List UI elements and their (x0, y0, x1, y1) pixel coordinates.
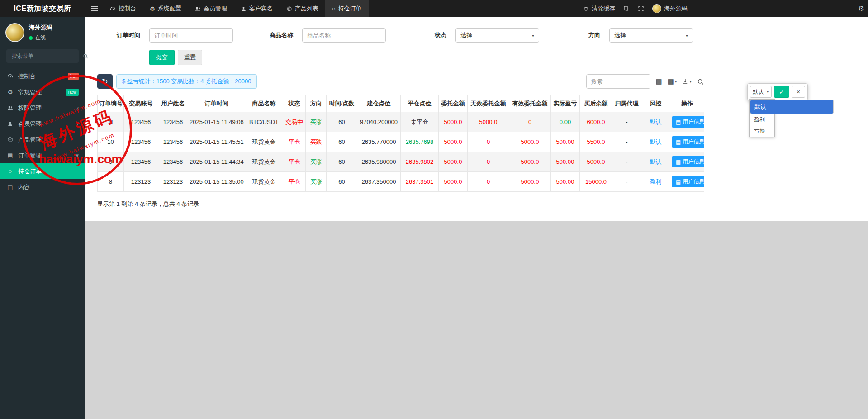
tab-system-config[interactable]: ⚙ 系统配置 (143, 0, 188, 17)
direction-select[interactable]: 选择 ▾ (609, 28, 693, 43)
sidebar-item-members[interactable]: 会员管理 ‹ (0, 116, 85, 132)
search-icon (83, 53, 88, 59)
column-header: 操作 (670, 95, 704, 112)
sidebar-item-product-mgmt[interactable]: 产品管理 (0, 132, 85, 148)
table-row: 81231231231232025-01-15 11:35:00现货黄金平仓买涨… (98, 172, 704, 192)
reset-button[interactable]: 重置 (178, 50, 202, 65)
select-value: 选择 (614, 31, 626, 39)
user-menu[interactable]: 海外源码 (652, 4, 688, 13)
user-info-button[interactable]: ▤用户信息 (672, 156, 704, 167)
submit-button[interactable]: 提交 (149, 50, 175, 65)
chevron-down-icon: ▾ (767, 90, 769, 94)
sidebar-item-permissions[interactable]: 权限管理 ‹ (0, 100, 85, 116)
sidebar-item-content[interactable]: ▤ 内容 (0, 179, 85, 195)
menu-label: 会员管理 (18, 120, 42, 128)
export-icon[interactable]: ▾ (682, 78, 692, 85)
table-cell: 60 (327, 112, 357, 132)
table-cell: 500.00 (551, 152, 580, 172)
list-icon: ▤ (6, 152, 14, 159)
risk-control-link[interactable]: 默认 (650, 158, 662, 165)
menu-search (6, 49, 79, 63)
table-cell: 8 (98, 172, 124, 192)
tab-label: 持仓订单 (338, 5, 362, 13)
table-cell: 10 (98, 132, 124, 152)
table-cell: 123456 (124, 112, 158, 132)
risk-control-link[interactable]: 默认 (650, 138, 662, 145)
sidebar-item-dashboard[interactable]: 控制台 hot (0, 68, 85, 84)
top-nav: 控制台 ⚙ 系统配置 会员管理 客户实名 产品列表 ○ 持仓订单 (103, 0, 369, 17)
select-value: 选择 (460, 31, 472, 39)
list-icon: ▤ (676, 159, 681, 165)
table-cell: 5000.0 (580, 152, 612, 172)
menu-search-input[interactable] (11, 52, 83, 60)
table-cell: 2637.3501 (401, 172, 439, 192)
dropdown-option[interactable]: 盈利 (750, 114, 774, 125)
table-search-input[interactable] (586, 74, 650, 89)
fullscreen-icon[interactable] (638, 5, 644, 12)
filter-form: 订单时间 商品名称 状态 选择 ▾ 方向 选择 ▾ (97, 28, 704, 43)
order-time-label: 订单时间 (117, 31, 140, 39)
table-cell: 123456 (158, 152, 188, 172)
chevron-left-icon: ‹ (77, 120, 79, 127)
editor-confirm-button[interactable]: ✓ (774, 86, 789, 98)
tab-dashboard[interactable]: 控制台 (103, 0, 143, 17)
table-cell: 500.00 (551, 132, 580, 152)
table-cell: 买涨 (306, 172, 327, 192)
tab-products[interactable]: 产品列表 (280, 0, 325, 17)
table-cell: ▤用户信息 (670, 152, 704, 172)
grid-icon: ▦ (668, 77, 674, 86)
table-cell: 现货黄金 (245, 172, 283, 192)
search-icon[interactable] (697, 78, 704, 85)
risk-control-link[interactable]: 默认 (650, 119, 662, 125)
table-cell: 15000.0 (580, 172, 612, 192)
trash-icon (583, 6, 589, 12)
risk-control-link[interactable]: 盈利 (650, 178, 662, 185)
chevron-down-icon: ▾ (686, 33, 688, 38)
settings-gear-icon[interactable]: ⚙ (859, 0, 864, 17)
clear-cache-button[interactable]: 清除缓存 (583, 5, 615, 13)
table-row: 91234561234562025-01-15 11:44:34现货黄金平仓买涨… (98, 152, 704, 172)
tab-members[interactable]: 会员管理 (188, 0, 234, 17)
menu-label: 持仓订单 (18, 167, 42, 176)
sidebar-item-general[interactable]: ⚙ 常规管理 new (0, 84, 85, 100)
gear-icon: ⚙ (150, 5, 155, 12)
table-cell: ▤用户信息 (670, 172, 704, 192)
refresh-button[interactable]: ↻ (97, 74, 113, 89)
tab-kyc[interactable]: 客户实名 (234, 0, 280, 17)
user-info-button[interactable]: ▤用户信息 (672, 176, 704, 187)
table-cell: ▤用户信息 (670, 112, 704, 132)
status-select[interactable]: 选择 ▾ (455, 28, 539, 43)
table-cell: 0 (468, 152, 509, 172)
table-cell: 9 (98, 152, 124, 172)
column-header: 时间/点数 (327, 95, 357, 112)
order-time-input[interactable] (149, 28, 233, 43)
dropdown-option[interactable]: 默认 (750, 100, 834, 114)
chevron-left-icon: ‹ (77, 105, 79, 111)
menu-label: 产品管理 (18, 136, 42, 144)
tab-positions[interactable]: ○ 持仓订单 (325, 0, 369, 17)
list-view-icon[interactable]: ▤ (656, 77, 662, 86)
copy-icon[interactable] (623, 5, 630, 12)
table-cell: 2635.9802 (401, 152, 439, 172)
columns-toggle-icon[interactable]: ▦▾ (668, 77, 677, 86)
editor-select[interactable]: 默认 ▾ (750, 86, 772, 98)
list-icon: ▤ (6, 184, 14, 190)
user-name: 海外源码 (664, 5, 688, 13)
table-cell: 2635.7698 (401, 132, 439, 152)
sidebar-item-order-mgmt[interactable]: ▤ 订单管理 ▾ (0, 148, 85, 163)
table-cell: 5000.0 (439, 112, 468, 132)
menu-label: 订单管理 (18, 152, 42, 160)
user-info-button[interactable]: ▤用户信息 (672, 116, 704, 128)
table-cell: BTC/USDT (245, 112, 283, 132)
user-info-button[interactable]: ▤用户信息 (672, 136, 704, 148)
sidebar-item-positions[interactable]: ○ 持仓订单 (0, 163, 85, 179)
list-icon: ▤ (676, 179, 681, 185)
table-cell: - (612, 172, 641, 192)
dropdown-option[interactable]: 亏损 (750, 125, 774, 137)
column-header: 建仓点位 (357, 95, 401, 112)
sidebar-toggle-button[interactable] (85, 0, 103, 17)
editor-cancel-button[interactable]: × (792, 86, 805, 98)
table-toolbar: ↻ $ 盈亏统计：1500 交易比数：4 委托金额：20000 ▤ ▦▾ ▾ (97, 74, 704, 89)
table-cell: 5500.0 (580, 132, 612, 152)
product-name-input[interactable] (302, 28, 386, 43)
